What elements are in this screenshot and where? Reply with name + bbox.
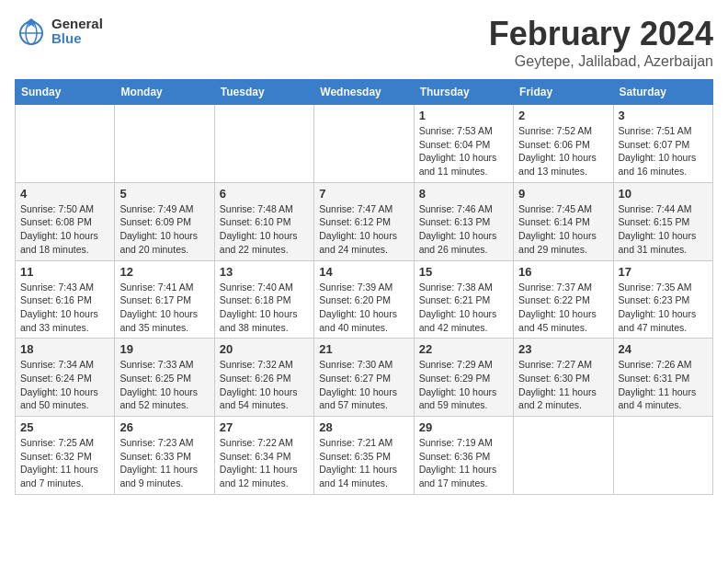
day-info: Sunrise: 7:41 AM Sunset: 6:17 PM Dayligh… (119, 281, 209, 335)
calendar-cell: 24Sunrise: 7:26 AM Sunset: 6:31 PM Dayli… (613, 339, 712, 417)
calendar-cell: 13Sunrise: 7:40 AM Sunset: 6:18 PM Dayli… (214, 260, 313, 339)
calendar-cell: 21Sunrise: 7:30 AM Sunset: 6:27 PM Dayli… (314, 339, 414, 417)
calendar-cell: 12Sunrise: 7:41 AM Sunset: 6:17 PM Dayli… (115, 260, 214, 339)
logo-text: General Blue (51, 17, 103, 47)
day-number: 16 (518, 265, 608, 279)
col-wednesday: Wednesday (314, 80, 414, 105)
calendar-row-3: 18Sunrise: 7:34 AM Sunset: 6:24 PM Dayli… (16, 339, 713, 417)
day-info: Sunrise: 7:53 AM Sunset: 6:04 PM Dayligh… (419, 124, 508, 178)
calendar-cell: 28Sunrise: 7:21 AM Sunset: 6:35 PM Dayli… (314, 417, 414, 495)
calendar-cell (314, 105, 414, 183)
day-info: Sunrise: 7:38 AM Sunset: 6:21 PM Dayligh… (419, 281, 508, 335)
day-info: Sunrise: 7:26 AM Sunset: 6:31 PM Dayligh… (619, 358, 708, 412)
calendar-cell: 23Sunrise: 7:27 AM Sunset: 6:30 PM Dayli… (514, 339, 613, 417)
day-info: Sunrise: 7:44 AM Sunset: 6:15 PM Dayligh… (619, 202, 708, 257)
calendar-cell: 11Sunrise: 7:43 AM Sunset: 6:16 PM Dayli… (16, 260, 115, 339)
calendar-cell: 18Sunrise: 7:34 AM Sunset: 6:24 PM Dayli… (16, 339, 115, 417)
calendar-cell: 27Sunrise: 7:22 AM Sunset: 6:34 PM Dayli… (214, 417, 313, 495)
calendar-cell: 29Sunrise: 7:19 AM Sunset: 6:36 PM Dayli… (414, 417, 513, 495)
day-number: 5 (119, 187, 209, 201)
calendar-cell: 3Sunrise: 7:51 AM Sunset: 6:07 PM Daylig… (613, 105, 712, 183)
calendar-cell: 10Sunrise: 7:44 AM Sunset: 6:15 PM Dayli… (613, 182, 712, 260)
calendar-cell: 19Sunrise: 7:33 AM Sunset: 6:25 PM Dayli… (115, 339, 214, 417)
day-info: Sunrise: 7:23 AM Sunset: 6:33 PM Dayligh… (119, 436, 209, 490)
day-info: Sunrise: 7:19 AM Sunset: 6:36 PM Dayligh… (419, 436, 508, 490)
calendar-row-4: 25Sunrise: 7:25 AM Sunset: 6:32 PM Dayli… (16, 417, 713, 495)
calendar-cell (613, 417, 712, 495)
day-number: 10 (619, 187, 708, 201)
logo: General Blue (15, 15, 103, 48)
day-number: 28 (319, 420, 408, 434)
calendar-cell: 15Sunrise: 7:38 AM Sunset: 6:21 PM Dayli… (414, 260, 513, 339)
col-tuesday: Tuesday (214, 80, 313, 105)
col-thursday: Thursday (414, 80, 513, 105)
day-info: Sunrise: 7:35 AM Sunset: 6:23 PM Dayligh… (619, 281, 708, 335)
day-number: 22 (419, 342, 508, 356)
day-info: Sunrise: 7:50 AM Sunset: 6:08 PM Dayligh… (20, 202, 109, 257)
day-info: Sunrise: 7:27 AM Sunset: 6:30 PM Dayligh… (518, 358, 608, 412)
day-info: Sunrise: 7:40 AM Sunset: 6:18 PM Dayligh… (220, 281, 309, 335)
day-info: Sunrise: 7:52 AM Sunset: 6:06 PM Dayligh… (518, 124, 608, 178)
calendar-title: February 2024 (489, 15, 713, 53)
calendar-row-0: 1Sunrise: 7:53 AM Sunset: 6:04 PM Daylig… (16, 105, 713, 183)
col-sunday: Sunday (16, 80, 115, 105)
day-info: Sunrise: 7:29 AM Sunset: 6:29 PM Dayligh… (419, 358, 508, 412)
calendar-header-row: Sunday Monday Tuesday Wednesday Thursday… (16, 80, 713, 105)
col-monday: Monday (115, 80, 214, 105)
calendar-cell: 14Sunrise: 7:39 AM Sunset: 6:20 PM Dayli… (314, 260, 414, 339)
title-area: February 2024 Geytepe, Jalilabad, Azerba… (489, 15, 713, 70)
day-number: 20 (220, 342, 309, 356)
calendar-cell (16, 105, 115, 183)
day-number: 3 (619, 109, 708, 122)
day-info: Sunrise: 7:47 AM Sunset: 6:12 PM Dayligh… (319, 202, 408, 257)
calendar-cell: 6Sunrise: 7:48 AM Sunset: 6:10 PM Daylig… (214, 182, 313, 260)
day-number: 12 (119, 265, 209, 279)
day-info: Sunrise: 7:34 AM Sunset: 6:24 PM Dayligh… (20, 358, 109, 412)
calendar-cell: 2Sunrise: 7:52 AM Sunset: 6:06 PM Daylig… (514, 105, 613, 183)
day-number: 1 (419, 109, 508, 122)
day-info: Sunrise: 7:21 AM Sunset: 6:35 PM Dayligh… (319, 436, 408, 490)
day-number: 24 (619, 342, 708, 356)
header: General Blue February 2024 Geytepe, Jali… (15, 15, 713, 70)
day-info: Sunrise: 7:49 AM Sunset: 6:09 PM Dayligh… (119, 202, 209, 257)
day-number: 14 (319, 265, 408, 279)
calendar-cell: 8Sunrise: 7:46 AM Sunset: 6:13 PM Daylig… (414, 182, 513, 260)
logo-blue: Blue (51, 31, 103, 47)
day-number: 23 (518, 342, 608, 356)
day-number: 7 (319, 187, 408, 201)
day-number: 21 (319, 342, 408, 356)
calendar-row-2: 11Sunrise: 7:43 AM Sunset: 6:16 PM Dayli… (16, 260, 713, 339)
day-info: Sunrise: 7:43 AM Sunset: 6:16 PM Dayligh… (20, 281, 109, 335)
day-number: 29 (419, 420, 508, 434)
day-info: Sunrise: 7:22 AM Sunset: 6:34 PM Dayligh… (220, 436, 309, 490)
day-number: 26 (119, 420, 209, 434)
day-info: Sunrise: 7:45 AM Sunset: 6:14 PM Dayligh… (518, 202, 608, 257)
day-info: Sunrise: 7:32 AM Sunset: 6:26 PM Dayligh… (220, 358, 309, 412)
day-number: 25 (20, 420, 109, 434)
day-number: 18 (20, 342, 109, 356)
calendar-cell: 4Sunrise: 7:50 AM Sunset: 6:08 PM Daylig… (16, 182, 115, 260)
day-info: Sunrise: 7:33 AM Sunset: 6:25 PM Dayligh… (119, 358, 209, 412)
calendar-cell: 1Sunrise: 7:53 AM Sunset: 6:04 PM Daylig… (414, 105, 513, 183)
calendar-cell (214, 105, 313, 183)
calendar-cell: 7Sunrise: 7:47 AM Sunset: 6:12 PM Daylig… (314, 182, 414, 260)
logo-icon (15, 15, 48, 48)
calendar-cell: 9Sunrise: 7:45 AM Sunset: 6:14 PM Daylig… (514, 182, 613, 260)
day-number: 6 (220, 187, 309, 201)
day-info: Sunrise: 7:37 AM Sunset: 6:22 PM Dayligh… (518, 281, 608, 335)
calendar-cell (514, 417, 613, 495)
logo-general: General (51, 17, 103, 32)
calendar-location: Geytepe, Jalilabad, Azerbaijan (489, 53, 713, 70)
day-info: Sunrise: 7:39 AM Sunset: 6:20 PM Dayligh… (319, 281, 408, 335)
day-number: 17 (619, 265, 708, 279)
day-info: Sunrise: 7:30 AM Sunset: 6:27 PM Dayligh… (319, 358, 408, 412)
calendar-cell: 16Sunrise: 7:37 AM Sunset: 6:22 PM Dayli… (514, 260, 613, 339)
day-number: 27 (220, 420, 309, 434)
calendar-table: Sunday Monday Tuesday Wednesday Thursday… (15, 79, 713, 495)
day-info: Sunrise: 7:48 AM Sunset: 6:10 PM Dayligh… (220, 202, 309, 257)
calendar-cell: 22Sunrise: 7:29 AM Sunset: 6:29 PM Dayli… (414, 339, 513, 417)
calendar-row-1: 4Sunrise: 7:50 AM Sunset: 6:08 PM Daylig… (16, 182, 713, 260)
day-info: Sunrise: 7:51 AM Sunset: 6:07 PM Dayligh… (619, 124, 708, 178)
calendar-cell: 26Sunrise: 7:23 AM Sunset: 6:33 PM Dayli… (115, 417, 214, 495)
calendar-cell (115, 105, 214, 183)
